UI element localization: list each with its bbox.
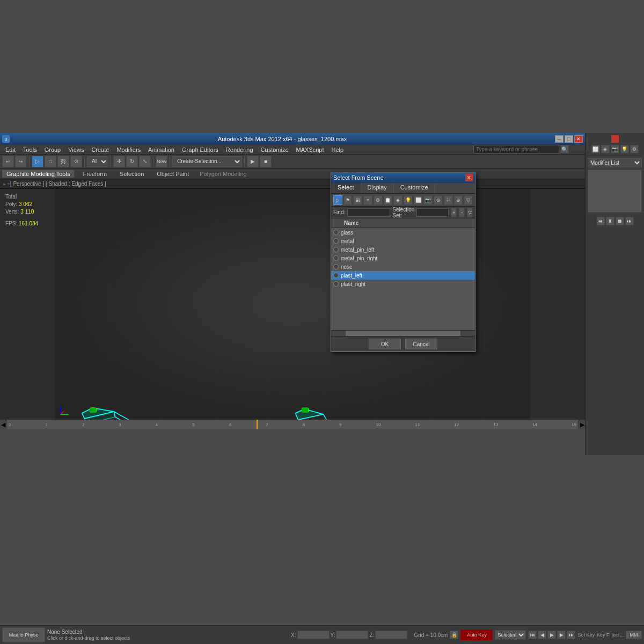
timeline-track[interactable]: 0 1 2 3 4 5 6 7 8 9 10 11 12 13 14 15	[6, 420, 579, 429]
autokey-button[interactable]: Auto Key	[460, 630, 493, 640]
z-input[interactable]	[375, 631, 407, 639]
menu-modifiers[interactable]: Modifiers	[113, 146, 144, 153]
anim-icon-1[interactable]: ⏮	[596, 217, 605, 225]
lock-icon[interactable]: 🔒	[450, 631, 458, 639]
dialog-tab-customize[interactable]: Customize	[394, 183, 435, 193]
prev-frame-btn[interactable]: ◀	[538, 631, 546, 639]
menu-animation[interactable]: Animation	[145, 146, 178, 153]
y-input[interactable]	[336, 631, 368, 639]
dlg-selset-btn2[interactable]: -	[459, 208, 465, 217]
x-input[interactable]	[297, 631, 330, 639]
dlg-tool-12[interactable]: ⚐	[444, 195, 453, 205]
dlg-tool-3[interactable]: ⊞	[353, 195, 362, 205]
menu-edit[interactable]: Edit	[2, 146, 19, 153]
play-anim-btn[interactable]: ▶	[247, 156, 259, 167]
anim-icon-3[interactable]: ⏹	[616, 217, 624, 225]
menu-help[interactable]: Help	[328, 146, 347, 153]
menu-graph-editors[interactable]: Graph Editors	[179, 146, 222, 153]
dialog-scrollbar-thumb[interactable]	[346, 331, 460, 336]
z-label: Z:	[369, 632, 374, 638]
dialog-item-nose[interactable]: nose	[331, 262, 475, 271]
unlink-btn[interactable]: ⊘	[70, 156, 82, 167]
dialog-item-metal[interactable]: metal	[331, 237, 475, 245]
dlg-tool-9[interactable]: ⬜	[414, 195, 423, 205]
graphite-tab-freeform[interactable]: Freeform	[78, 170, 111, 178]
dialog-item-metal-pin-left[interactable]: metal_pin_left	[331, 245, 475, 254]
dlg-tool-11[interactable]: ⊘	[434, 195, 443, 205]
dialog-item-plast-left[interactable]: plast_left	[331, 271, 475, 280]
maximize-button[interactable]: □	[565, 135, 573, 143]
dialog-find-label: Find:	[333, 209, 345, 215]
dlg-tool-5[interactable]: ⚙	[374, 195, 383, 205]
graphite-tab-selection[interactable]: Selection	[115, 170, 148, 178]
dlg-tool-13[interactable]: ⊕	[454, 195, 463, 205]
timeline-left-arrow[interactable]: ◀	[0, 420, 6, 429]
menu-maxscript[interactable]: MAXScript	[293, 146, 327, 153]
create-selection-dropdown[interactable]: Create-Selection...	[172, 156, 242, 167]
dialog-tab-display[interactable]: Display	[361, 183, 394, 193]
viewport[interactable]: Total Poly: 3 062 Verts: 3 110 FPS: 161.…	[0, 189, 585, 420]
move-btn[interactable]: ✛	[113, 156, 125, 167]
tl-num-12: 12	[454, 422, 459, 427]
dlg-tool-4[interactable]: ≡	[363, 195, 372, 205]
select-btn[interactable]: ▷	[32, 156, 43, 167]
rp-icon-4[interactable]: 💡	[620, 145, 629, 153]
next-frame-btn[interactable]: ▶	[557, 631, 566, 639]
dialog-cancel-button[interactable]: Cancel	[405, 339, 437, 349]
rp-icon-2[interactable]: ◈	[601, 145, 610, 153]
redo-button[interactable]: ↪	[15, 156, 27, 167]
search-icon[interactable]: 🔍	[560, 145, 569, 153]
rp-icon-5[interactable]: ⚙	[630, 145, 639, 153]
rp-icon-1[interactable]: ⬜	[591, 145, 600, 153]
dlg-tool-14[interactable]: ▽	[464, 195, 473, 205]
scale-btn[interactable]: ⤡	[139, 156, 151, 167]
stop-anim-btn[interactable]: ■	[260, 156, 272, 167]
dlg-selset-btn1[interactable]: +	[451, 208, 457, 217]
dlg-tool-6[interactable]: 📋	[384, 195, 393, 205]
close-button[interactable]: ✕	[574, 135, 583, 143]
play-btn[interactable]: ▶	[547, 631, 556, 639]
dialog-object-list[interactable]: glass metal metal_pin_left metal_pin_rig…	[331, 228, 475, 330]
undo-button[interactable]: ↩	[2, 156, 14, 167]
new-btn[interactable]: New	[156, 156, 167, 167]
menu-group[interactable]: Group	[41, 146, 64, 153]
dlg-tool-select[interactable]: ▷	[333, 195, 342, 205]
selected-dropdown[interactable]: Selected	[495, 630, 526, 640]
dialog-ok-button[interactable]: OK	[369, 339, 401, 349]
link-btn[interactable]: ⛓	[57, 156, 69, 167]
graphite-tab-modeling[interactable]: Graphite Modeling Tools	[2, 170, 74, 178]
rotate-btn[interactable]: ↻	[126, 156, 138, 167]
dialog-scrollbar[interactable]	[331, 330, 475, 336]
anim-icon-4[interactable]: ⏭	[625, 217, 634, 225]
dialog-close-button[interactable]: ✕	[465, 174, 473, 181]
goto-end-btn[interactable]: ⏭	[567, 631, 575, 639]
dlg-tool-7[interactable]: ◈	[393, 195, 402, 205]
select-region-btn[interactable]: □	[45, 156, 56, 167]
timeline-right-arrow[interactable]: ▶	[579, 420, 585, 429]
menu-views[interactable]: Views	[65, 146, 87, 153]
layer-dropdown[interactable]: All	[87, 156, 108, 167]
menu-rendering[interactable]: Rendering	[223, 146, 257, 153]
dialog-item-glass[interactable]: glass	[331, 228, 475, 237]
anim-icon-2[interactable]: ⏸	[606, 217, 614, 225]
frame-input[interactable]	[626, 631, 642, 639]
menu-customize[interactable]: Customize	[258, 146, 292, 153]
dlg-tool-8[interactable]: 💡	[404, 195, 413, 205]
graphite-tab-objectpaint[interactable]: Object Paint	[152, 170, 193, 178]
dialog-find-input[interactable]	[347, 208, 390, 217]
modifier-list-dropdown[interactable]: Modifier List	[588, 158, 642, 167]
max-to-physo[interactable]: Max to Physo	[2, 627, 45, 642]
dlg-tool-2[interactable]: ⚑	[343, 195, 353, 205]
dlg-tool-10[interactable]: 📷	[423, 195, 433, 205]
dialog-item-plast-right[interactable]: plast_right	[331, 280, 475, 288]
menu-create[interactable]: Create	[88, 146, 112, 153]
dialog-item-metal-pin-right[interactable]: metal_pin_right	[331, 254, 475, 262]
menu-tools[interactable]: Tools	[20, 146, 40, 153]
dialog-selset-input[interactable]	[416, 208, 449, 217]
dlg-selset-btn3[interactable]: ▽	[467, 208, 473, 217]
search-input[interactable]	[473, 145, 559, 153]
dialog-tab-select[interactable]: Select	[331, 183, 361, 193]
minimize-button[interactable]: ─	[555, 135, 564, 143]
goto-start-btn[interactable]: ⏮	[528, 631, 537, 639]
rp-icon-3[interactable]: 📷	[611, 145, 619, 153]
